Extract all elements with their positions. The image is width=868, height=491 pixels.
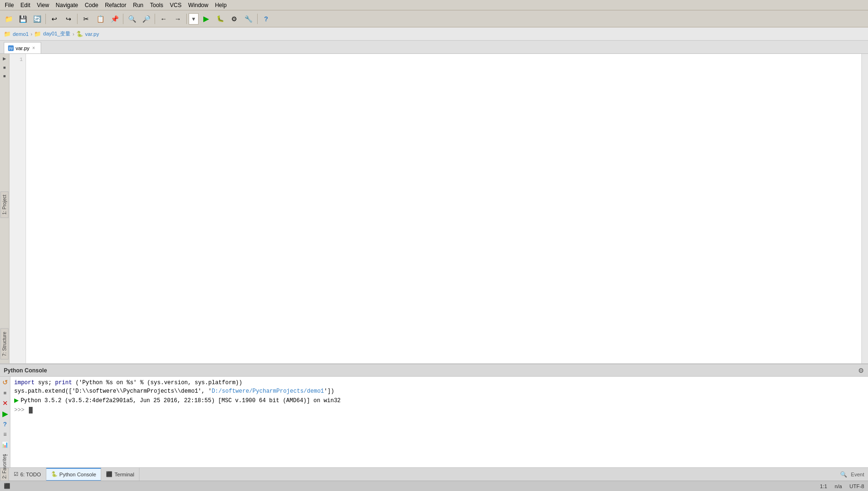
console-output-text: Python 3.5.2 (v3.5.2:4def2a2901a5, Jun 2… <box>21 396 341 405</box>
code-editor[interactable] <box>26 54 861 363</box>
console-syspath: sys.path.extend(['D:\\softwere\\PycharmP… <box>14 388 212 395</box>
console-line-1: import sys; print ('Python %s on %s' % (… <box>14 379 864 387</box>
breadcrumb: 📁 demo1 › 📁 day01_变量 › 🐍 var.py <box>0 27 868 41</box>
right-gutter <box>861 54 868 363</box>
tab-close-varpy[interactable]: × <box>31 45 36 51</box>
breadcrumb-varpy-label: var.py <box>85 31 99 37</box>
toolbar: 📁 💾 🔄 ↩ ↪ ✂ 📋 📌 🔍 🔎 ← → ▼ ▶ 🐛 ⚙ 🔧 ? <box>0 10 868 27</box>
console-reload-icon[interactable]: ↺ <box>0 378 10 387</box>
tab-varpy[interactable]: py var.py × <box>4 42 41 53</box>
find-button[interactable]: 🔍 <box>125 12 139 26</box>
breadcrumb-day01[interactable]: day01_变量 <box>43 30 70 37</box>
tab-todo[interactable]: ☑ 6: TODO <box>9 468 46 481</box>
tab-python-console-label: Python Console <box>60 472 96 477</box>
debug-button[interactable]: 🐛 <box>214 12 227 26</box>
console-chart-icon[interactable]: 📊 <box>0 440 10 449</box>
console-prompt-line: >>> <box>14 406 864 414</box>
menu-tools[interactable]: Tools <box>147 1 166 9</box>
tab-label-varpy: var.py <box>16 45 29 51</box>
menu-help[interactable]: Help <box>212 1 230 9</box>
menu-bar: File Edit View Navigate Code Refactor Ru… <box>0 0 868 10</box>
menu-code[interactable]: Code <box>82 1 101 9</box>
breadcrumb-demo1[interactable]: demo1 <box>13 31 29 37</box>
left-sidebar: ▶ ■ ■ 1: Project 7: Structure <box>0 54 9 363</box>
console-output[interactable]: import sys; print ('Python %s on %s' % (… <box>10 377 868 467</box>
console-line-2: sys.path.extend(['D:\\softwere\\PycharmP… <box>14 387 864 396</box>
console-code-1b: ('Python %s on %s' % (sys.version, sys.p… <box>76 379 243 386</box>
status-left: ⬛ <box>4 483 10 489</box>
find-usages-button[interactable]: 🔎 <box>139 12 153 26</box>
toolbar-sep-1 <box>45 14 46 24</box>
line-numbers: 1 <box>9 54 26 363</box>
menu-run[interactable]: Run <box>130 1 146 9</box>
tab-terminal[interactable]: ⬛ Terminal <box>101 468 139 481</box>
status-bar: ⬛ 1:1 n/a UTF-8 <box>0 481 868 491</box>
run-button[interactable]: ▶ <box>200 12 213 26</box>
breadcrumb-varpy[interactable]: var.py <box>85 31 99 37</box>
console-layout: ↺ ■ ✕ ▶ ? ≡ 📊 ⋯ import sys; print ('Pyth… <box>0 377 868 467</box>
breadcrumb-day01-label: day01_变量 <box>43 30 70 37</box>
toolbar-sep-4 <box>155 14 155 24</box>
todo-icon: ☑ <box>14 471 18 477</box>
sidebar-project-icon[interactable]: ▶ <box>0 54 9 63</box>
sidebar-tab-structure[interactable]: 7: Structure <box>0 328 9 360</box>
sidebar-icon-2[interactable]: ■ <box>0 72 9 80</box>
breadcrumb-sep-1: › <box>31 31 33 37</box>
tab-python-console[interactable]: 🐍 Python Console <box>46 468 102 481</box>
sidebar-tab-favorites[interactable]: 2: Favorites <box>0 468 9 481</box>
status-right: 1:1 n/a UTF-8 <box>820 483 864 489</box>
search-icon[interactable]: 🔍 <box>840 471 847 478</box>
sidebar-icon-1[interactable]: ■ <box>0 63 9 72</box>
bottom-tab-bar: 2: Favorites ☑ 6: TODO 🐍 Python Console … <box>0 467 868 481</box>
console-help-icon[interactable]: ? <box>0 419 10 429</box>
tab-bar: py var.py × <box>0 41 868 54</box>
back-button[interactable]: ← <box>157 12 170 26</box>
help-button[interactable]: ? <box>260 12 273 26</box>
tools-button[interactable]: 🔧 <box>242 12 255 26</box>
settings-icon[interactable]: ⚙ <box>858 367 864 374</box>
event-label: Event <box>851 472 864 477</box>
python-console-icon: 🐍 <box>51 471 58 477</box>
console-cursor[interactable] <box>29 407 33 413</box>
console-run-icon[interactable]: ▶ <box>0 409 10 418</box>
editor-container: 1 <box>9 54 868 363</box>
menu-edit[interactable]: Edit <box>17 1 33 9</box>
menu-vcs[interactable]: VCS <box>167 1 184 9</box>
paste-button[interactable]: 📌 <box>108 12 121 26</box>
selection-display: n/a <box>835 483 842 489</box>
menu-view[interactable]: View <box>34 1 52 9</box>
sync-button[interactable]: 🔄 <box>30 12 43 26</box>
sidebar-tab-project[interactable]: 1: Project <box>0 191 9 218</box>
breadcrumb-sep-2: › <box>72 31 74 37</box>
menu-window[interactable]: Window <box>185 1 211 9</box>
open-folder-button[interactable]: 📁 <box>2 12 15 26</box>
tab-terminal-label: Terminal <box>114 472 134 477</box>
menu-navigate[interactable]: Navigate <box>53 1 81 9</box>
profile-button[interactable]: ⚙ <box>228 12 241 26</box>
forward-button[interactable]: → <box>171 12 184 26</box>
run-config-label: ▼ <box>191 16 196 22</box>
toolbar-sep-6 <box>257 14 258 24</box>
bottom-panel: Python Console ⚙ ↺ ■ ✕ ▶ ? ≡ 📊 ⋯ import … <box>0 363 868 467</box>
console-stop-icon[interactable]: ■ <box>0 388 10 397</box>
console-run-arrow: ▶ <box>14 396 19 405</box>
tab-icon-py: py <box>8 45 14 51</box>
copy-button[interactable]: 📋 <box>94 12 107 26</box>
console-run-line: ▶ Python 3.5.2 (v3.5.2:4def2a2901a5, Jun… <box>14 396 864 405</box>
console-path: D:/softwere/PycharmProjects/demo1 <box>212 388 324 395</box>
console-close-icon[interactable]: ✕ <box>0 398 10 408</box>
console-vars-icon[interactable]: ≡ <box>0 430 10 439</box>
panel-header: Python Console ⚙ <box>0 364 868 377</box>
save-button[interactable]: 💾 <box>16 12 29 26</box>
menu-refactor[interactable]: Refactor <box>102 1 129 9</box>
cut-button[interactable]: ✂ <box>79 12 93 26</box>
console-prompt: >>> <box>14 407 25 413</box>
line-number-1: 1 <box>9 56 26 63</box>
menu-file[interactable]: File <box>2 1 17 9</box>
position-display: 1:1 <box>820 483 827 489</box>
console-keyword-print: print <box>55 379 72 386</box>
encoding-display: UTF-8 <box>850 483 864 489</box>
run-config-dropdown[interactable]: ▼ <box>189 13 199 25</box>
redo-button[interactable]: ↪ <box>62 12 75 26</box>
undo-button[interactable]: ↩ <box>48 12 61 26</box>
